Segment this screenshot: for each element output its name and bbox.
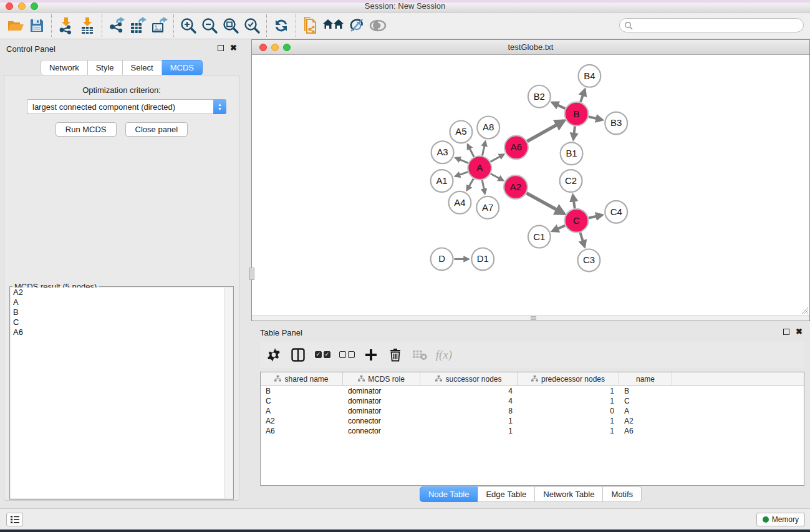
table-row[interactable]: Bdominator41B bbox=[261, 386, 804, 396]
tab-style[interactable]: Style bbox=[88, 60, 123, 75]
table-row[interactable]: Cdominator41C bbox=[261, 396, 804, 406]
node-A2[interactable]: A2 bbox=[504, 175, 528, 199]
edge-A-A8[interactable] bbox=[482, 142, 485, 156]
edge-B-B2[interactable] bbox=[552, 102, 566, 109]
save-session-button[interactable] bbox=[26, 14, 47, 37]
edge-C-C3[interactable] bbox=[580, 233, 584, 247]
delete-table-button[interactable] bbox=[410, 344, 430, 365]
node-A7[interactable]: A7 bbox=[476, 196, 499, 219]
edge-A-A6[interactable] bbox=[491, 154, 504, 162]
column-header-predecessor-nodes[interactable]: predecessor nodes bbox=[518, 372, 619, 385]
close-panel-button[interactable]: Close panel bbox=[125, 122, 188, 137]
refresh-button[interactable] bbox=[271, 14, 292, 37]
export-network-button[interactable] bbox=[106, 14, 127, 37]
node-C2[interactable]: C2 bbox=[560, 170, 582, 192]
table-row[interactable]: A6connector11A6 bbox=[261, 426, 804, 436]
node-A4[interactable]: A4 bbox=[448, 191, 471, 214]
network-hscrollbar[interactable] bbox=[252, 315, 809, 321]
table-float-panel-icon[interactable] bbox=[783, 329, 789, 335]
network-canvas[interactable]: B4B2BB3A8A5A6A3B1AA1C2A2A4A7C4CC1C3DD1 bbox=[252, 55, 809, 315]
show-hide-button[interactable] bbox=[367, 14, 388, 37]
edge-C-C1[interactable] bbox=[552, 226, 565, 231]
memory-button[interactable]: Memory bbox=[756, 513, 805, 526]
edge-A-A3[interactable] bbox=[456, 158, 468, 163]
node-A5[interactable]: A5 bbox=[450, 120, 472, 143]
tab-select[interactable]: Select bbox=[123, 60, 162, 75]
hscroll-handle[interactable] bbox=[531, 316, 536, 320]
tab-mcds[interactable]: MCDS bbox=[162, 60, 203, 75]
close-panel-icon[interactable]: ✖ bbox=[230, 45, 237, 51]
result-item[interactable]: A6 bbox=[11, 327, 233, 337]
node-A[interactable]: A bbox=[468, 156, 491, 180]
float-panel-icon[interactable] bbox=[218, 45, 224, 51]
table-row[interactable]: Adominator80A bbox=[261, 406, 804, 416]
tab-network[interactable]: Network bbox=[41, 60, 88, 75]
column-header-shared-name[interactable]: shared name bbox=[261, 372, 343, 385]
delete-columns-button[interactable] bbox=[385, 344, 405, 365]
panel-splitter-grip[interactable] bbox=[249, 268, 254, 280]
network-window-titlebar[interactable]: testGlobe.txt bbox=[252, 40, 809, 55]
result-item[interactable]: A bbox=[11, 297, 233, 307]
edge-C-C2[interactable] bbox=[573, 195, 575, 208]
node-C[interactable]: C bbox=[565, 209, 589, 233]
zoom-fit-button[interactable] bbox=[220, 14, 241, 37]
column-header-successor-nodes[interactable]: successor nodes bbox=[420, 372, 518, 385]
tab-motifs[interactable]: Motifs bbox=[603, 486, 642, 502]
function-builder-button[interactable]: f(x) bbox=[434, 344, 454, 365]
open-session-button[interactable] bbox=[5, 14, 26, 37]
node-B2[interactable]: B2 bbox=[528, 85, 551, 108]
edge-B-B1[interactable] bbox=[573, 126, 575, 139]
export-table-button[interactable] bbox=[127, 14, 148, 37]
edge-B-B3[interactable] bbox=[589, 117, 602, 120]
edge-A-A4[interactable] bbox=[467, 178, 474, 190]
result-item[interactable]: B bbox=[11, 307, 233, 317]
tab-node-table[interactable]: Node Table bbox=[420, 486, 478, 502]
edge-B-B4[interactable] bbox=[581, 89, 585, 102]
result-item[interactable]: C bbox=[11, 317, 233, 327]
zoom-in-button[interactable] bbox=[178, 14, 199, 37]
edge-A-A5[interactable] bbox=[468, 145, 474, 157]
zoom-out-button[interactable] bbox=[199, 14, 220, 37]
node-A6[interactable]: A6 bbox=[504, 135, 528, 159]
zoom-selected-button[interactable] bbox=[241, 14, 263, 37]
select-all-columns-button[interactable] bbox=[312, 344, 332, 365]
unselect-all-columns-button[interactable] bbox=[337, 344, 357, 365]
column-header-name[interactable]: name bbox=[619, 372, 672, 385]
edge-A-A7[interactable] bbox=[482, 180, 485, 194]
node-B3[interactable]: B3 bbox=[605, 112, 627, 135]
tab-network-table[interactable]: Network Table bbox=[535, 486, 603, 502]
show-column-panel-button[interactable] bbox=[288, 344, 308, 365]
node-C4[interactable]: C4 bbox=[605, 201, 627, 223]
table-close-panel-icon[interactable]: ✖ bbox=[796, 329, 803, 335]
node-C3[interactable]: C3 bbox=[577, 249, 600, 272]
node-D[interactable]: D bbox=[431, 248, 453, 271]
node-D1[interactable]: D1 bbox=[471, 248, 494, 271]
node-B[interactable]: B bbox=[565, 102, 589, 126]
node-B4[interactable]: B4 bbox=[578, 65, 600, 87]
create-column-button[interactable] bbox=[361, 344, 381, 365]
edge-A-A2[interactable] bbox=[491, 174, 503, 181]
search-field[interactable] bbox=[619, 18, 804, 32]
node-B1[interactable]: B1 bbox=[561, 142, 583, 165]
criterion-select[interactable]: largest connected component (directed) ▲… bbox=[27, 99, 226, 114]
node-A8[interactable]: A8 bbox=[477, 117, 499, 139]
node-A1[interactable]: A1 bbox=[431, 170, 453, 192]
network-from-selection-button[interactable] bbox=[300, 14, 321, 37]
result-list-scrollbar[interactable] bbox=[224, 288, 233, 498]
table-row[interactable]: A2connector11A2 bbox=[261, 416, 804, 426]
edge-A2-C[interactable] bbox=[526, 193, 564, 214]
node-A3[interactable]: A3 bbox=[432, 141, 454, 163]
edge-C-C4[interactable] bbox=[589, 215, 602, 218]
hide-annotations-button[interactable] bbox=[346, 14, 367, 37]
export-image-button[interactable] bbox=[148, 14, 170, 37]
edge-A-A1[interactable] bbox=[455, 172, 468, 177]
resize-grip-icon[interactable] bbox=[801, 307, 809, 314]
edge-A6-B[interactable] bbox=[527, 121, 564, 142]
mcds-result-list[interactable]: A2ABCA6 bbox=[11, 288, 233, 498]
column-header-MCDS-role[interactable]: MCDS role bbox=[343, 372, 420, 385]
result-item[interactable]: A2 bbox=[11, 288, 233, 297]
node-C1[interactable]: C1 bbox=[528, 226, 551, 248]
import-table-button[interactable] bbox=[77, 14, 98, 37]
task-history-button[interactable] bbox=[6, 513, 23, 526]
show-all-views-button[interactable] bbox=[321, 14, 346, 37]
